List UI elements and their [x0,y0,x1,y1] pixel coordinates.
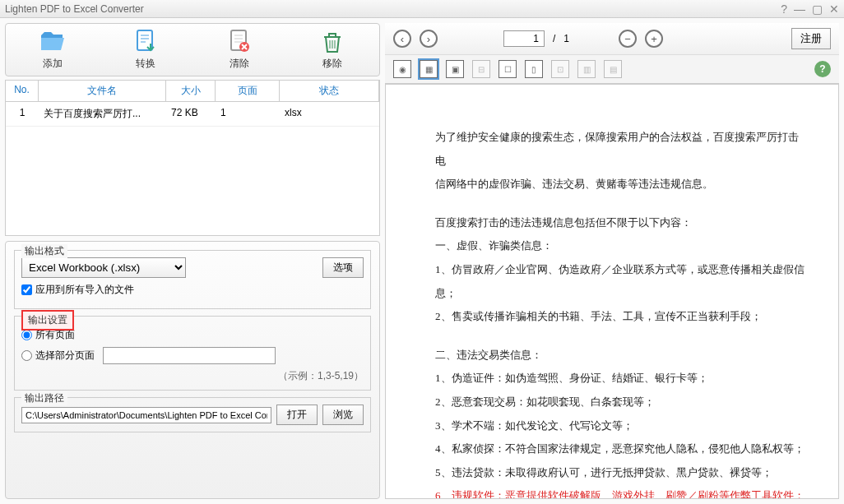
col-size[interactable]: 大小 [166,81,216,101]
col-status[interactable]: 状态 [280,81,379,101]
preview-line: 6、违规软件：恶意提供软件破解版、游戏外挂、刷赞／刷粉等作弊工具软件； [435,484,805,499]
table-row[interactable]: 1 关于百度搜索严厉打... 72 KB 1 xlsx [6,102,379,127]
view-mode-9-icon[interactable]: ▤ [604,60,622,78]
remove-button[interactable]: 移除 [286,27,380,72]
cell-page: 1 [216,102,280,126]
zoom-in-icon[interactable]: + [645,30,663,48]
page-total: 1 [563,33,569,44]
register-button[interactable]: 注册 [791,28,831,49]
cell-no: 1 [6,102,39,126]
preview-area[interactable]: 为了维护安全健康的搜索生态，保障搜索用户的合法权益，百度搜索严厉打击电信网络中的… [385,84,839,499]
outpath-legend: 输出路径 [21,391,67,405]
example-text: （示例：1,3-5,19） [21,369,364,383]
format-legend: 输出格式 [21,244,67,258]
options-button[interactable]: 选项 [322,257,364,278]
page-input[interactable]: 1 [503,30,545,47]
window-title: Lighten PDF to Excel Converter [5,3,781,15]
preview-line: 2、售卖或传播诈骗相关的书籍、手法、工具，宣传不正当获利手段； [435,305,805,329]
preview-line: 百度搜索打击的违法违规信息包括但不限于以下内容： [435,211,805,235]
clear-button[interactable]: 清除 [192,27,286,72]
minimize-icon[interactable]: — [794,2,805,16]
open-button[interactable]: 打开 [276,405,318,425]
preview-line: 1、仿冒政府／企业官网、伪造政府／企业联系方式等，或恶意传播相关虚假信息； [435,258,805,305]
add-button[interactable]: 添加 [6,27,100,72]
next-page-icon[interactable]: › [420,30,438,48]
preview-line: 1、伪造证件：如伪造驾照、身份证、结婚证、银行卡等； [435,367,805,391]
all-pages-radio[interactable] [21,330,32,340]
preview-line: 二、违法交易类信息： [435,344,805,368]
preview-line: 一、虚假、诈骗类信息： [435,234,805,258]
cell-size: 72 KB [166,102,216,126]
close-icon[interactable]: ✕ [829,2,839,16]
add-label: 添加 [43,58,63,69]
convert-button[interactable]: 转换 [100,27,193,72]
main-toolbar: 添加 转换 清除 移除 [5,23,380,76]
output-path-fieldset: 输出路径 打开 浏览 [14,397,371,432]
preview-line: 5、违法贷款：未取得政府认可，进行无抵押贷款、黑户贷款、裸贷等； [435,461,805,485]
cell-name: 关于百度搜索严厉打... [39,102,166,126]
view-mode-7-icon[interactable]: ⊡ [551,60,569,78]
preview-line: 2、恶意套现交易：如花呗套现、白条套现等； [435,391,805,414]
view-mode-5-icon[interactable]: ☐ [499,60,517,78]
settings-panel: 输出格式 Excel Workbook (.xlsx) 选项 应用到所有导入的文… [5,241,380,499]
maximize-icon[interactable]: ▢ [812,2,823,16]
view-options-bar: ◉ ▦ ▣ ⊟ ☐ ▯ ⊡ ▥ ▤ ? [385,55,839,84]
browse-button[interactable]: 浏览 [322,405,364,425]
preview-line: 4、私家侦探：不符合国家法律规定，恶意探究他人隐私，侵犯他人隐私权等； [435,437,805,461]
outset-legend: 输出设置 [21,310,74,331]
trash-icon [319,29,345,55]
preview-line: 为了维护安全健康的搜索生态，保障搜索用户的合法权益，百度搜索严厉打击电 [435,126,805,173]
table-header: No. 文件名 大小 页面 状态 [6,81,379,102]
convert-label: 转换 [136,58,155,69]
page-sep: / [553,33,555,44]
output-format-fieldset: 输出格式 Excel Workbook (.xlsx) 选项 应用到所有导入的文… [14,250,371,309]
preview-toolbar: ‹ › 1 / 1 − + 注册 [385,23,839,55]
prev-page-icon[interactable]: ‹ [393,30,411,48]
document-clear-icon [226,29,253,55]
col-no[interactable]: No. [6,81,39,101]
folder-open-icon [39,29,66,55]
col-page[interactable]: 页面 [216,81,280,101]
col-name[interactable]: 文件名 [39,81,166,101]
partial-pages-radio[interactable] [21,350,32,361]
zoom-out-icon[interactable]: − [619,30,637,48]
file-table: No. 文件名 大小 页面 状态 1 关于百度搜索严厉打... 72 KB 1 … [5,80,380,236]
view-mode-8-icon[interactable]: ▥ [577,60,596,78]
apply-all-label: 应用到所有导入的文件 [35,283,134,297]
view-mode-6-icon[interactable]: ▯ [525,60,543,78]
cell-status: xlsx [280,102,379,126]
left-panel: 添加 转换 清除 移除 No [0,18,385,504]
view-mode-grid-icon[interactable]: ▦ [420,60,438,78]
page-range-input[interactable] [103,347,276,364]
preview-line: 信网络中的虚假诈骗、违法交易、黄赌毒等违法违规信息。 [435,173,805,197]
view-mode-1-icon[interactable]: ◉ [393,60,411,78]
preview-line: 3、学术不端：如代发论文、代写论文等； [435,414,805,438]
preview-help-icon[interactable]: ? [814,61,831,77]
help-icon[interactable]: ? [781,2,787,16]
right-panel: ‹ › 1 / 1 − + 注册 ◉ ▦ ▣ ⊟ ☐ ▯ ⊡ ▥ ▤ ? 为了维… [385,18,844,504]
document-convert-icon [132,29,159,55]
apply-all-checkbox[interactable] [21,284,32,295]
format-select[interactable]: Excel Workbook (.xlsx) [21,257,186,278]
output-settings-fieldset: 输出设置 所有页面 选择部分页面 （示例：1,3-5,19） [14,316,371,391]
partial-pages-label: 选择部分页面 [35,349,95,363]
view-mode-4-icon[interactable]: ⊟ [472,60,490,78]
view-mode-3-icon[interactable]: ▣ [446,60,464,78]
clear-label: 清除 [230,58,249,69]
remove-label: 移除 [322,58,342,69]
output-path-input[interactable] [21,407,271,423]
window-controls: ? — ▢ ✕ [781,2,839,16]
titlebar: Lighten PDF to Excel Converter ? — ▢ ✕ [0,0,844,18]
